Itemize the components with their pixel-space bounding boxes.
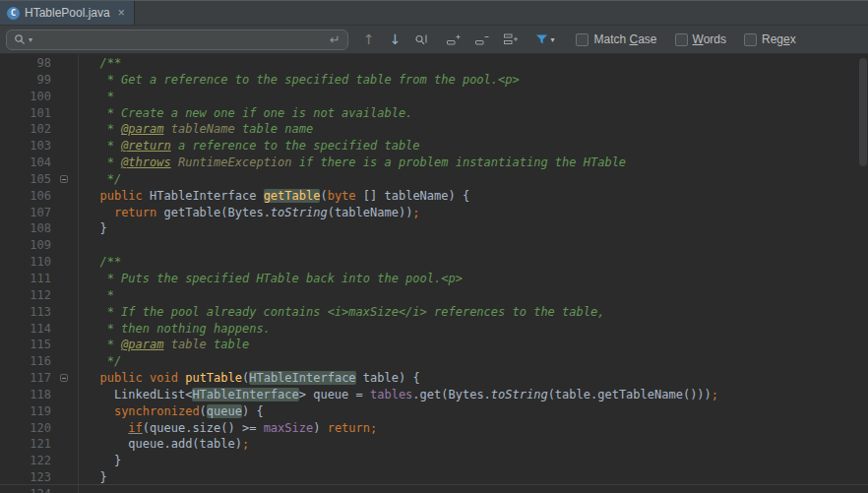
gutter-line: 107 (0, 205, 78, 221)
line-number: 122 (0, 453, 51, 469)
fold-column (51, 89, 78, 105)
select-all-occurrences-icon[interactable] (503, 32, 518, 46)
editor-tab-bar: C HTablePool.java × (0, 0, 868, 26)
code-token: * (86, 288, 114, 302)
checkbox-words[interactable] (675, 33, 688, 46)
code-line[interactable] (86, 486, 868, 493)
code-line[interactable]: if(queue.size() >= maxSize) return; (86, 420, 868, 437)
code-token: a reference to the specified table (171, 139, 420, 153)
code-token: > queue = (299, 388, 370, 401)
search-icon[interactable] (14, 33, 26, 45)
code-token: if there is a problem instantiating the … (292, 155, 627, 169)
search-history-caret-icon[interactable]: ▾ (29, 35, 32, 44)
code-line[interactable]: return getTable(Bytes.toString(tableName… (86, 205, 868, 221)
code-line[interactable]: LinkedList<HTableInterface> queue = tabl… (86, 387, 868, 403)
find-option-regex[interactable]: Regex (744, 32, 796, 46)
tab-title: HTablePool.java (25, 6, 110, 20)
tab-close-icon[interactable]: × (118, 6, 125, 20)
code-line[interactable]: } (86, 453, 868, 469)
gutter-line: 103 (0, 138, 78, 154)
code-token: maxSize (264, 421, 314, 435)
checkbox-regex[interactable] (744, 33, 757, 46)
filter-caret-icon: ▾ (550, 35, 554, 44)
code-line[interactable] (86, 237, 868, 254)
code-line[interactable]: * Puts the specified HTable back into th… (86, 271, 868, 287)
code-token: * If the pool already contains <i>maxSiz… (86, 305, 604, 319)
code-line[interactable]: * (86, 287, 868, 304)
code-line[interactable]: queue.add(table); (86, 436, 868, 453)
fold-column (51, 453, 78, 469)
search-filter-icon[interactable]: ▾ (535, 33, 554, 45)
fold-column (51, 353, 78, 370)
code-token: */ (86, 354, 121, 368)
code-token: ( (200, 404, 207, 418)
code-line[interactable]: * If the pool already contains <i>maxSiz… (86, 304, 868, 321)
fold-column (51, 420, 78, 437)
code-line[interactable]: */ (86, 171, 868, 188)
fold-column (51, 55, 78, 72)
code-line[interactable]: } (86, 220, 868, 237)
line-number: 112 (0, 287, 51, 304)
line-number: 113 (0, 304, 51, 321)
code-line[interactable]: */ (86, 353, 868, 370)
line-number: 111 (0, 271, 51, 287)
fold-column (51, 188, 78, 205)
code-token: } (86, 454, 121, 467)
fold-marker-icon[interactable] (60, 374, 68, 382)
find-option-match-case[interactable]: Match Case (576, 32, 656, 46)
find-option-words[interactable]: Words (675, 32, 726, 46)
enter-icon: ↵ (330, 32, 341, 47)
code-line[interactable]: * Get a reference to the specified table… (86, 72, 868, 89)
gutter-line: 124 (0, 486, 78, 493)
find-toolbar: ▾ ↵ ↑ ↓ (0, 26, 868, 54)
code-area[interactable]: /** * Get a reference to the specified t… (79, 54, 868, 493)
code-token: public (99, 189, 142, 203)
code-line[interactable]: synchronized(queue) { (86, 403, 868, 420)
bottom-divider (0, 484, 868, 485)
gutter-line: 108 (0, 220, 78, 237)
previous-occurrence-button[interactable]: ↑ (363, 32, 375, 46)
code-line[interactable]: * @param tableName table name (86, 121, 868, 138)
code-line[interactable]: * Create a new one if one is not availab… (86, 105, 868, 122)
code-line[interactable]: * (86, 89, 868, 105)
code-token: RuntimeException (178, 155, 292, 169)
add-selection-occurrence-icon[interactable] (446, 32, 461, 46)
code-token: void (150, 371, 178, 385)
line-number: 116 (0, 353, 51, 370)
line-number: 109 (0, 237, 51, 254)
line-number: 104 (0, 154, 51, 171)
tab-htablepool-java[interactable]: C HTablePool.java × (0, 1, 135, 25)
fold-column (51, 387, 78, 403)
code-line[interactable]: * then nothing happens. (86, 321, 868, 338)
fold-marker-icon[interactable] (60, 175, 68, 183)
code-token: byte (328, 189, 356, 203)
code-token (86, 421, 128, 435)
code-line[interactable]: /** (86, 254, 868, 271)
scrollbar-thumb[interactable] (859, 58, 867, 166)
code-token: * (86, 155, 121, 169)
checkbox-match-case[interactable] (576, 33, 589, 46)
code-token: table (171, 338, 207, 351)
search-input[interactable] (35, 31, 327, 49)
search-field[interactable]: ▾ ↵ (6, 30, 348, 50)
code-line[interactable]: * @param table table (86, 337, 868, 353)
code-token: HTableInterface (249, 371, 355, 385)
vertical-scrollbar[interactable] (858, 54, 868, 493)
find-options: Match CaseWordsRegex (576, 32, 795, 46)
code-line[interactable]: public HTableInterface getTable(byte [] … (86, 188, 868, 205)
code-token: toString (491, 388, 548, 401)
code-line[interactable]: public void putTable(HTableInterface tab… (86, 370, 868, 387)
find-word-at-caret-icon[interactable] (414, 33, 428, 46)
code-line[interactable]: * @return a reference to the specified t… (86, 138, 868, 154)
line-number: 119 (0, 403, 51, 420)
fold-column (51, 205, 78, 221)
fold-column (51, 304, 78, 321)
fold-column[interactable] (51, 171, 78, 188)
code-line[interactable]: * @throws RuntimeException if there is a… (86, 154, 868, 171)
fold-column[interactable] (51, 370, 78, 387)
next-occurrence-button[interactable]: ↓ (390, 32, 402, 46)
line-number: 118 (0, 387, 51, 403)
code-line[interactable]: /** (86, 55, 868, 72)
code-token: } (86, 470, 107, 484)
unselect-occurrence-icon[interactable] (474, 32, 489, 46)
